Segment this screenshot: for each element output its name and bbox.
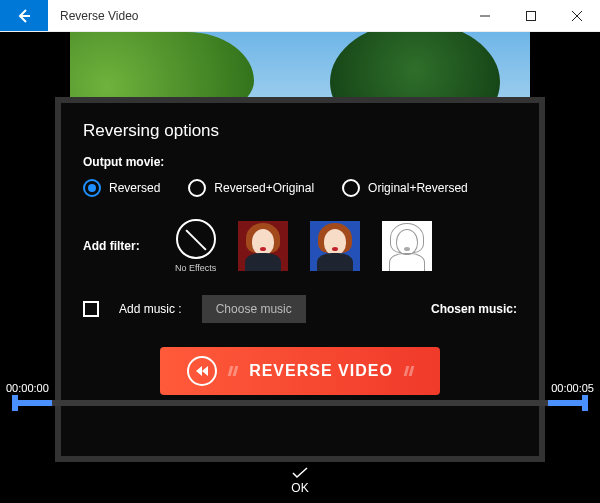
trail-icon bbox=[405, 366, 413, 376]
radio-icon bbox=[188, 179, 206, 197]
choose-music-button[interactable]: Choose music bbox=[202, 295, 306, 323]
radio-icon bbox=[83, 179, 101, 197]
panel-heading: Reversing options bbox=[83, 121, 517, 141]
add-music-checkbox[interactable] bbox=[83, 301, 99, 317]
window-title: Reverse Video bbox=[48, 0, 151, 31]
back-button[interactable] bbox=[0, 0, 48, 31]
filter-row: Add filter: No Effects bbox=[83, 219, 517, 273]
radio-original-reversed[interactable]: Original+Reversed bbox=[342, 179, 468, 197]
window-controls bbox=[462, 0, 600, 31]
timeline-handle-end[interactable] bbox=[582, 395, 588, 411]
ok-label: OK bbox=[291, 481, 308, 495]
minimize-icon bbox=[480, 11, 490, 21]
arrow-left-icon bbox=[16, 8, 32, 24]
add-music-label: Add music : bbox=[119, 302, 182, 316]
close-button[interactable] bbox=[554, 0, 600, 31]
maximize-button[interactable] bbox=[508, 0, 554, 31]
output-movie-label: Output movie: bbox=[83, 155, 517, 169]
minimize-button[interactable] bbox=[462, 0, 508, 31]
svg-rect-0 bbox=[527, 11, 536, 20]
timeline-start: 00:00:00 bbox=[6, 382, 49, 394]
title-bar: Reverse Video bbox=[0, 0, 600, 32]
radio-reversed[interactable]: Reversed bbox=[83, 179, 160, 197]
radio-label: Reversed+Original bbox=[214, 181, 314, 195]
radio-reversed-original[interactable]: Reversed+Original bbox=[188, 179, 314, 197]
no-effects-icon bbox=[176, 219, 216, 259]
no-effects-caption: No Effects bbox=[175, 263, 216, 273]
timeline-handle-start[interactable] bbox=[12, 395, 18, 411]
trail-icon bbox=[229, 366, 237, 376]
reverse-video-button[interactable]: REVERSE VIDEO bbox=[160, 347, 440, 395]
check-icon bbox=[292, 467, 308, 479]
maximize-icon bbox=[526, 11, 536, 21]
music-row: Add music : Choose music Chosen music: bbox=[83, 295, 517, 323]
stage: Reversing options Output movie: Reversed… bbox=[0, 32, 600, 503]
output-radio-group: Reversed Reversed+Original Original+Reve… bbox=[83, 179, 517, 197]
radio-label: Reversed bbox=[109, 181, 160, 195]
filter-thumb-3[interactable] bbox=[382, 221, 432, 271]
add-filter-label: Add filter: bbox=[83, 239, 153, 253]
ok-button[interactable]: OK bbox=[0, 467, 600, 495]
reverse-video-label: REVERSE VIDEO bbox=[249, 362, 393, 380]
radio-label: Original+Reversed bbox=[368, 181, 468, 195]
chosen-music-label: Chosen music: bbox=[431, 302, 517, 316]
timeline-end: 00:00:05 bbox=[551, 382, 594, 394]
filter-no-effects[interactable]: No Effects bbox=[175, 219, 216, 273]
radio-icon bbox=[342, 179, 360, 197]
filter-thumb-2[interactable] bbox=[310, 221, 360, 271]
rewind-icon bbox=[187, 356, 217, 386]
filter-thumb-1[interactable] bbox=[238, 221, 288, 271]
close-icon bbox=[572, 11, 582, 21]
options-panel: Reversing options Output movie: Reversed… bbox=[55, 97, 545, 462]
